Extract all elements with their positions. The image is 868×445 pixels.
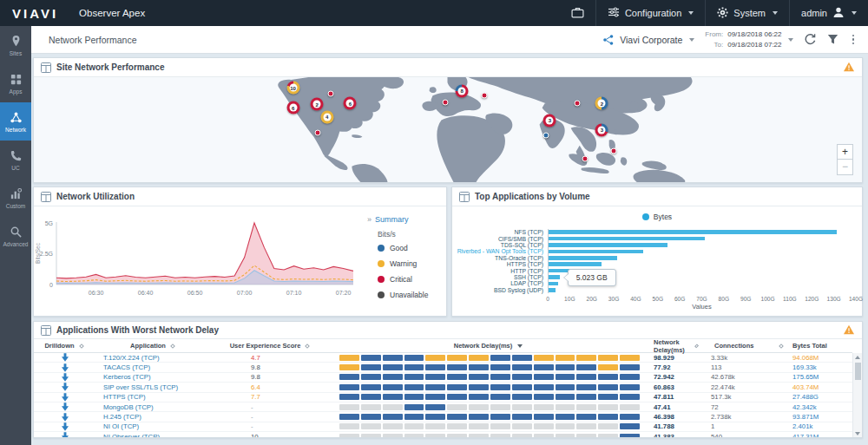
drilldown-arrow-icon[interactable] <box>62 353 69 362</box>
column-header-network-delay-bar[interactable]: Network Delay(ms) <box>331 342 648 350</box>
drilldown-arrow-icon[interactable] <box>62 432 69 437</box>
column-header-bytes-total[interactable]: Bytes Total <box>786 342 853 350</box>
column-header-network-delay[interactable]: Network Delay(ms) <box>648 338 700 354</box>
volume-bar[interactable] <box>549 243 667 247</box>
application-link[interactable]: MongoDB (TCP) <box>103 403 154 411</box>
column-header-application[interactable]: Application <box>96 342 211 350</box>
map-site-marker[interactable] <box>582 156 589 162</box>
volume-bar[interactable] <box>549 282 558 286</box>
delay-status-bar[interactable] <box>339 423 640 429</box>
map-site-marker[interactable] <box>315 130 321 136</box>
delay-status-bar[interactable] <box>339 404 640 410</box>
delay-status-bar[interactable] <box>339 434 640 437</box>
volume-bar[interactable] <box>549 237 705 241</box>
application-link[interactable]: HTTPS (TCP) <box>103 393 146 401</box>
volume-bar[interactable] <box>549 262 602 266</box>
legend-item-warning[interactable]: Warning <box>378 259 443 268</box>
map-cluster-marker[interactable]: 3 <box>543 114 556 127</box>
map-site-marker[interactable] <box>542 132 549 138</box>
volume-x-tick: 120G <box>805 296 819 302</box>
volume-legend[interactable]: Bytes <box>452 212 862 222</box>
refresh-button[interactable] <box>804 33 817 46</box>
application-link[interactable]: NI OI (TCP) <box>103 422 139 430</box>
sort-icon[interactable] <box>306 344 311 349</box>
map-site-marker[interactable] <box>443 100 449 106</box>
map-cluster-marker[interactable]: 4 <box>320 110 333 123</box>
scrollbar-thumb[interactable] <box>855 363 861 380</box>
map-cluster-marker[interactable]: 10 <box>286 82 299 95</box>
application-link[interactable]: T.120/X.224 (TCP) <box>103 354 160 362</box>
svg-text:06:40: 06:40 <box>138 290 154 296</box>
drilldown-arrow-icon[interactable] <box>62 373 69 382</box>
sort-icon[interactable] <box>779 344 784 349</box>
configuration-menu[interactable]: Configuration <box>595 0 705 26</box>
sort-icon[interactable] <box>79 344 84 349</box>
map-cluster-marker[interactable]: 2 <box>595 97 608 110</box>
warning-icon[interactable] <box>843 60 855 75</box>
legend-item-good[interactable]: Good <box>378 244 443 252</box>
sidebar-item-sites[interactable]: Sites <box>0 26 31 64</box>
column-header-user-experience-score[interactable]: User Experience Score <box>211 342 331 350</box>
world-map[interactable]: 1062468233 + − <box>34 77 862 182</box>
map-cluster-marker[interactable]: 8 <box>456 84 469 97</box>
scroll-up-button[interactable] <box>853 353 862 361</box>
map-cluster-marker[interactable]: 2 <box>311 98 324 111</box>
sidebar-item-network[interactable]: Network <box>0 102 31 141</box>
delay-status-bar[interactable] <box>339 355 640 361</box>
warning-icon[interactable] <box>843 323 855 338</box>
briefcase-button[interactable] <box>560 0 595 26</box>
map-zoom-in-button[interactable]: + <box>837 144 853 160</box>
application-link[interactable]: TACACS (TCP) <box>103 363 150 371</box>
map-site-marker[interactable] <box>610 147 616 154</box>
delay-status-bar[interactable] <box>339 414 640 420</box>
apps-grid-icon <box>10 73 23 86</box>
volume-bar[interactable] <box>549 275 560 279</box>
user-menu[interactable]: admin <box>789 0 868 26</box>
map-cluster-marker[interactable]: 6 <box>286 101 299 115</box>
more-options-button[interactable] <box>849 33 858 47</box>
table-scrollbar[interactable] <box>852 353 862 437</box>
bytes-total-value: 94.068M <box>792 354 819 362</box>
delay-status-bar[interactable] <box>339 394 640 400</box>
delay-status-bar[interactable] <box>339 364 640 370</box>
map-site-marker[interactable] <box>481 92 487 98</box>
volume-bar[interactable] <box>549 230 837 234</box>
drilldown-arrow-icon[interactable] <box>62 413 69 422</box>
drilldown-arrow-icon[interactable] <box>62 383 69 391</box>
map-zoom-out-button[interactable]: − <box>837 160 853 175</box>
sidebar-item-custom[interactable]: Custom <box>0 179 31 217</box>
drilldown-arrow-icon[interactable] <box>62 363 69 372</box>
sort-icon[interactable] <box>170 344 175 349</box>
volume-bar[interactable] <box>549 288 556 292</box>
legend-item-unavailable[interactable]: Unavailable <box>378 291 443 299</box>
volume-bar[interactable] <box>549 256 617 260</box>
legend-item-critical[interactable]: Critical <box>378 275 443 284</box>
application-link[interactable]: H.245 (TCP) <box>103 413 141 421</box>
drilldown-arrow-icon[interactable] <box>62 393 69 402</box>
application-link[interactable]: NI Observer (TCP) <box>103 433 160 437</box>
summary-link[interactable]: » Summary <box>367 215 443 224</box>
volume-bar[interactable] <box>549 250 643 254</box>
column-header-connections[interactable]: Connections <box>700 342 786 350</box>
scroll-down-button[interactable] <box>853 429 862 437</box>
map-site-marker[interactable] <box>574 101 580 107</box>
volume-category-label: CIFS/SMB (TCP) <box>452 236 548 242</box>
sort-desc-icon[interactable] <box>517 344 523 348</box>
time-range-picker[interactable]: From: To: 09/18/2018 06:22 09/18/2018 07… <box>705 29 792 49</box>
drilldown-arrow-icon[interactable] <box>62 402 69 411</box>
map-cluster-marker[interactable]: 6 <box>344 97 357 110</box>
map-site-marker[interactable] <box>327 91 333 97</box>
delay-status-bar[interactable] <box>339 374 640 380</box>
system-menu[interactable]: System <box>705 0 789 26</box>
sidebar-item-apps[interactable]: Apps <box>0 64 31 102</box>
drilldown-arrow-icon[interactable] <box>62 422 69 431</box>
sidebar-item-advanced[interactable]: Advanced <box>0 217 31 255</box>
delay-status-bar[interactable] <box>339 384 640 390</box>
filter-button[interactable] <box>827 34 838 45</box>
sidebar-item-uc[interactable]: UC <box>0 141 31 179</box>
column-header-drilldown[interactable]: Drilldown <box>34 342 96 350</box>
map-cluster-marker[interactable]: 3 <box>595 123 608 136</box>
application-link[interactable]: Kerberos (TCP) <box>103 373 151 381</box>
application-link[interactable]: SIP over SSL/TLS (TCP) <box>103 383 178 391</box>
site-selector[interactable]: Viavi Corporate <box>602 34 694 46</box>
